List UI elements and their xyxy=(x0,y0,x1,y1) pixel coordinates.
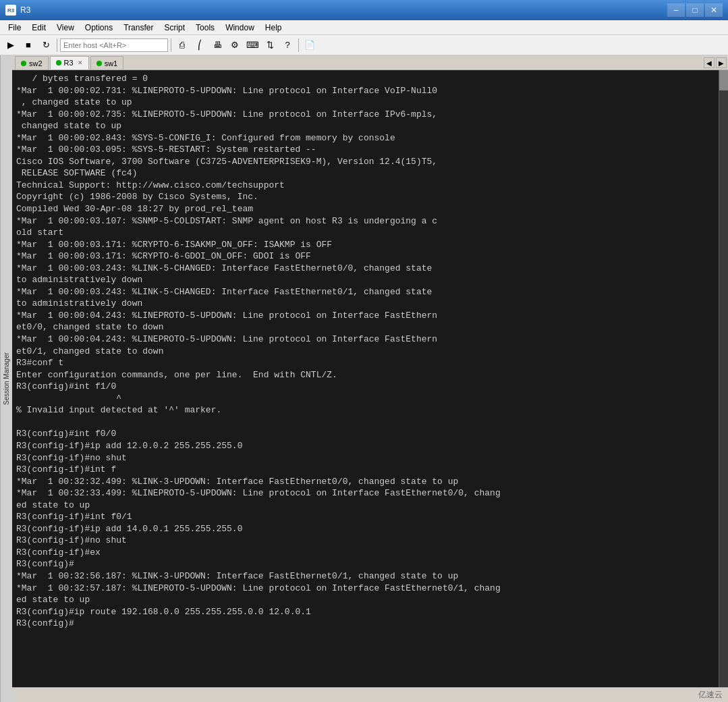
terminal-container: / bytes transfered = 0 *Mar 1 00:00:02.7… xyxy=(12,70,728,687)
toolbar-settings[interactable]: ⚙ xyxy=(227,37,243,53)
tab-dot-R3 xyxy=(56,60,61,65)
tab-bar: sw2 R3 ✕ sw1 ◀ ▶ xyxy=(12,55,728,70)
menu-script[interactable]: Script xyxy=(159,22,190,34)
menu-edit[interactable]: Edit xyxy=(26,22,51,34)
minimize-button[interactable]: – xyxy=(667,3,685,17)
main-content: sw2 R3 ✕ sw1 ◀ ▶ / bytes transfe xyxy=(12,55,728,702)
toolbar-keymap[interactable]: ⌨ xyxy=(244,37,260,53)
tab-navigation: ◀ ▶ xyxy=(704,57,727,68)
menu-file[interactable]: File xyxy=(3,22,26,34)
tab-R3[interactable]: R3 ✕ xyxy=(50,56,89,70)
toolbar-help[interactable]: ? xyxy=(279,37,296,53)
menu-tools[interactable]: Tools xyxy=(190,22,220,34)
window-title: R3 xyxy=(20,5,666,15)
tab-scroll-left[interactable]: ◀ xyxy=(704,57,715,68)
host-input[interactable] xyxy=(60,38,168,52)
toolbar-script[interactable]: 📄 xyxy=(302,37,318,53)
terminal-output[interactable]: / bytes transfered = 0 *Mar 1 00:00:02.7… xyxy=(12,70,719,687)
toolbar-disconnect[interactable]: ■ xyxy=(20,37,36,53)
tab-sw2[interactable]: sw2 xyxy=(15,56,49,70)
status-bar: 亿速云 xyxy=(12,687,728,702)
tab-dot-sw1 xyxy=(96,61,102,66)
toolbar-sftp[interactable]: ⇅ xyxy=(262,37,278,53)
toolbar: ▶ ■ ↻ ⎙ ⎛ 🖶 ⚙ ⌨ ⇅ ? 📄 xyxy=(0,35,728,55)
tab-sw1[interactable]: sw1 xyxy=(90,56,124,70)
toolbar-copy[interactable]: ⎙ xyxy=(174,37,190,53)
tab-label-R3: R3 xyxy=(64,59,74,67)
toolbar-sep-3 xyxy=(298,38,299,52)
session-manager-label[interactable]: Session Manager xyxy=(0,55,12,702)
tab-scroll-right[interactable]: ▶ xyxy=(716,57,727,68)
menu-window[interactable]: Window xyxy=(220,22,260,34)
toolbar-paste[interactable]: ⎛ xyxy=(192,37,208,53)
toolbar-sep-2 xyxy=(171,38,171,52)
toolbar-sep-1 xyxy=(57,38,57,52)
maximize-button[interactable]: □ xyxy=(686,3,704,17)
tab-label-sw2: sw2 xyxy=(29,59,43,68)
menu-transfer[interactable]: Transfer xyxy=(118,22,159,34)
tab-close-R3[interactable]: ✕ xyxy=(78,59,83,66)
tab-dot-sw2 xyxy=(21,61,26,66)
menu-bar: File Edit View Options Transfer Script T… xyxy=(0,20,728,35)
toolbar-reconnect[interactable]: ↻ xyxy=(38,37,54,53)
menu-options[interactable]: Options xyxy=(80,22,118,34)
app-window: R3 R3 – □ ✕ File Edit View Options Trans… xyxy=(0,0,728,702)
watermark: 亿速云 xyxy=(698,689,723,701)
app-icon: R3 xyxy=(5,5,16,16)
title-bar: R3 R3 – □ ✕ xyxy=(0,0,728,20)
toolbar-new-session[interactable]: ▶ xyxy=(3,37,19,53)
tab-label-sw1: sw1 xyxy=(105,59,118,68)
menu-view[interactable]: View xyxy=(51,22,80,34)
scrollbar-thumb[interactable] xyxy=(719,70,728,90)
toolbar-print[interactable]: 🖶 xyxy=(209,37,225,53)
scrollbar[interactable] xyxy=(719,70,728,687)
close-button[interactable]: ✕ xyxy=(705,3,723,17)
session-tabs-container: Session Manager sw2 R3 ✕ sw1 xyxy=(0,55,728,702)
menu-help[interactable]: Help xyxy=(260,22,287,34)
